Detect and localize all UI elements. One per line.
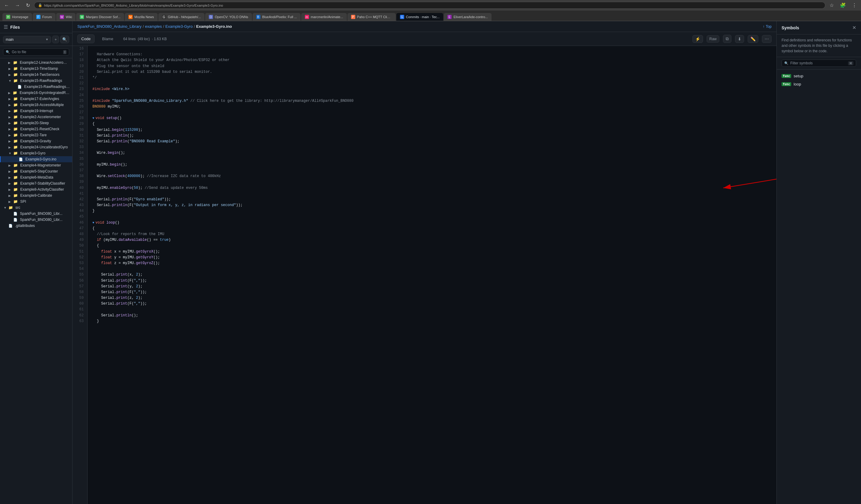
add-file-button[interactable]: + [52, 36, 59, 43]
tree-item-src[interactable]: ▼📁src [0, 205, 72, 210]
tab-eliverlara[interactable]: E EliverLara/kde-contro... [444, 13, 492, 21]
tree-item-example9[interactable]: ▶📁Example9-Calibrate [0, 192, 72, 199]
tree-item-example15[interactable]: ▼📁Example15-RawReadings [0, 78, 72, 84]
tree-item-example4[interactable]: ▶📁Example4-Magnetometer [0, 162, 72, 168]
tree-item-example15-file[interactable]: 📄Example15-RawReadings.ino [0, 84, 72, 90]
tab-github-hkho[interactable]: G GitHub - hkhojasteh/... [158, 13, 205, 21]
code-line-19: Plug the sensor onto the shield [93, 64, 771, 69]
tab-manjaro[interactable]: M Manjaro Discover Sof... [76, 13, 124, 21]
tree-item-example14[interactable]: ▶📁Example14-TwoSensors [0, 72, 72, 78]
tab-code[interactable]: Code [77, 35, 95, 43]
line-number-30: 30 [76, 127, 84, 133]
branch-select[interactable]: main ▼ [3, 36, 51, 43]
tab-homepage[interactable]: H Homepage [2, 13, 32, 21]
symbols-search-input[interactable]: 🔍 Filter symbols ⌘ [781, 59, 856, 67]
tab-commits-label: Commits · main · Tec... [406, 15, 440, 19]
tree-item-spi[interactable]: ▶📁SPI [0, 199, 72, 205]
breadcrumb-folder[interactable]: Example3-Gyro [165, 24, 192, 29]
tab-opencv[interactable]: O OpenCV: YOLO DNNs [205, 13, 252, 21]
chevron-icon: ▶ [9, 188, 12, 191]
tab-blueandi[interactable]: B BlueAndi/Pixelix: Full ... [252, 13, 301, 21]
code-line-37 [93, 168, 771, 174]
line-number-17: 17 [76, 52, 84, 57]
line-number-41: 41 [76, 191, 84, 197]
symbol-item-setup[interactable]: funcsetup [777, 72, 861, 80]
tree-item-example13[interactable]: ▶📁Example13-TimeStamp [0, 66, 72, 72]
tab-blame[interactable]: Blame [98, 35, 117, 43]
tree-item-src-file1[interactable]: 📄SparkFun_BNO080_Libr... [0, 210, 72, 217]
symbols-close-button[interactable]: ✕ [852, 25, 856, 30]
tab-paho[interactable]: P Paho C++ MQTT Clien... [347, 13, 396, 21]
refresh-button[interactable]: ↻ [24, 2, 32, 9]
tree-item-example3-file[interactable]: 📄Example3-Gyro.ino [0, 156, 72, 162]
line-number-55: 55 [76, 272, 84, 278]
tree-item-example21[interactable]: ▶📁Example21-ResetCheck [0, 126, 72, 132]
tab-marcmerlin[interactable]: m marcmerlin/Animate... [301, 13, 347, 21]
tree-item-example6[interactable]: ▶📁Example6-MetaData [0, 174, 72, 180]
tree-item-label-example21: Example21-ResetCheck [20, 127, 59, 131]
line-number-49: 49 [76, 237, 84, 243]
tree-item-example12[interactable]: ▶📁Example12-LinearAccelerometer [0, 59, 72, 66]
breadcrumb-repo[interactable]: SparkFun_BNO080_Arduino_Library [77, 24, 141, 29]
raw-button[interactable]: Raw [707, 35, 719, 43]
tab-homepage-label: Homepage [12, 15, 28, 19]
tree-item-example8[interactable]: ▶📁Example8-ActivityClassifier [0, 187, 72, 192]
url-bar[interactable]: 🔒 https://github.com/sparkfun/SparkFun_B… [34, 2, 825, 9]
tree-item-example17[interactable]: ▶📁Example17-EulerAngles [0, 96, 72, 102]
symbol-label-setup: setup [794, 74, 803, 78]
tree-item-example7[interactable]: ▶📁Example7-StabilityClassifier [0, 180, 72, 187]
breadcrumb-examples[interactable]: examples [145, 24, 162, 29]
folder-icon: 📁 [13, 181, 18, 186]
breadcrumb-sep2: / [163, 24, 164, 29]
tree-item-example5[interactable]: ▶📁Example5-StepCounter [0, 168, 72, 174]
line-number-60: 60 [76, 301, 84, 307]
tree-item-example16[interactable]: ▶📁Example16-GyroIntegratedRota... [0, 90, 72, 96]
tree-item-example3[interactable]: ▼📁Example3-Gyro [0, 150, 72, 156]
folder-icon: 📁 [13, 121, 18, 125]
more-options-button[interactable]: ⋯ [762, 35, 771, 43]
tree-item-example19[interactable]: ▶📁Example19-Interrupt [0, 108, 72, 114]
tree-item-example18[interactable]: ▶📁Example18-AccessMultiple [0, 102, 72, 108]
collapse-button-28[interactable]: ▼ [93, 115, 94, 121]
download-button[interactable]: ⬇ [735, 35, 744, 43]
tree-item-example20[interactable]: ▶📁Example20-Sleep [0, 120, 72, 126]
raw-label: Raw [709, 37, 716, 41]
line-number-29: 29 [76, 121, 84, 127]
tab-wiki[interactable]: W Wiki [56, 13, 76, 21]
eliverlara-favicon: E [448, 15, 452, 19]
tree-item-gitattributes[interactable]: 📄.gitattributes [0, 223, 72, 229]
top-link[interactable]: ↑ Top [763, 25, 771, 29]
tree-item-example24[interactable]: ▶📁Example24-UncalibratedGyro [0, 144, 72, 150]
tree-item-label-example18: Example18-AccessMultiple [20, 103, 64, 107]
tab-commits[interactable]: G Commits · main · Tec... [396, 13, 443, 21]
folder-icon: 📁 [13, 163, 18, 167]
back-button[interactable]: ← [2, 2, 11, 9]
tab-mozilla[interactable]: M Mozilla News [125, 13, 158, 21]
browser-chrome: ← → ↻ 🔒 https://github.com/sparkfun/Spar… [0, 0, 861, 21]
sidebar-tree: ▶📁Example12-LinearAccelerometer▶📁Example… [0, 58, 72, 504]
tree-item-example22[interactable]: ▶📁Example22-Tare [0, 132, 72, 138]
code-line-46: ▼void loop() [93, 220, 771, 226]
code-text-55: Serial.print(x, 2); [93, 272, 142, 278]
copilot-button[interactable]: ⚡ [693, 35, 703, 43]
code-text-47: { [93, 226, 95, 231]
breadcrumb-file: Example3-Gyro.ino [196, 24, 232, 29]
search-icon: 🔍 [784, 62, 789, 65]
tree-item-example23[interactable]: ▶📁Example23-Gravity [0, 138, 72, 144]
line-number-39: 39 [76, 179, 84, 185]
tree-item-src-file2[interactable]: 📄SparkFun_BNO080_Libr... [0, 217, 72, 223]
menu-button[interactable]: ⋮ [850, 2, 859, 9]
collapse-button-46[interactable]: ▼ [93, 220, 94, 226]
copy-button[interactable]: ⧉ [723, 35, 732, 43]
forward-button[interactable]: → [13, 2, 22, 9]
code-view[interactable]: 1617181920212223242526272829303132333435… [72, 46, 776, 504]
go-to-file-input[interactable]: 🔍 Go to file t [3, 48, 69, 56]
tree-item-example2[interactable]: ▶📁Example2-Accelerometer [0, 114, 72, 120]
bookmark-button[interactable]: ☆ [828, 2, 836, 9]
symbol-item-loop[interactable]: funcloop [777, 80, 861, 88]
code-toolbar: Code Blame 64 lines (49 loc) · 1.63 KB ⚡… [72, 32, 776, 46]
extensions-button[interactable]: 🧩 [838, 2, 848, 9]
search-files-button[interactable]: 🔍 [60, 36, 69, 43]
edit-button[interactable]: ✏️ [748, 35, 758, 43]
tab-forum[interactable]: F Forum [32, 13, 56, 21]
